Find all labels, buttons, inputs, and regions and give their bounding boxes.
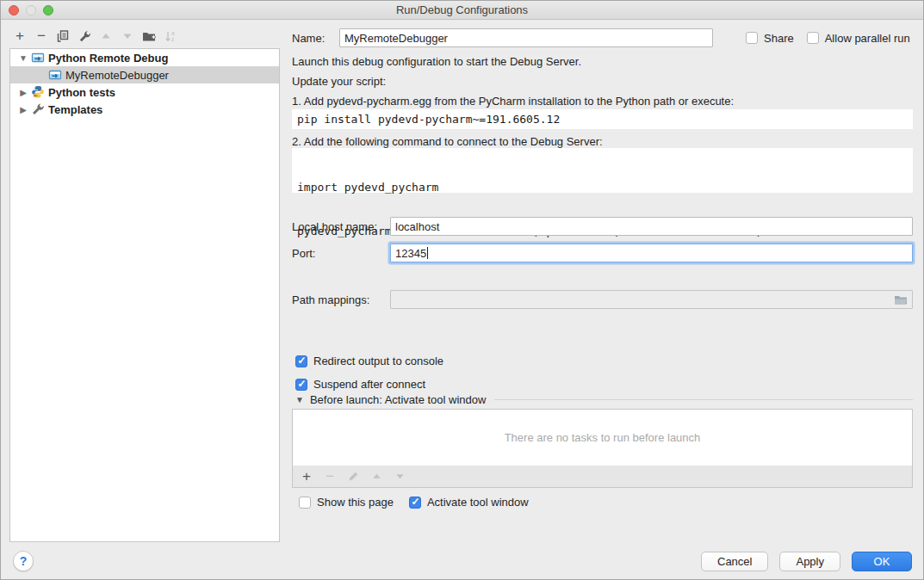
add-configuration-button[interactable]: + <box>13 29 27 43</box>
tree-item-python-remote-debug[interactable]: ▼ Python Remote Debug <box>10 49 279 66</box>
window-title: Run/Debug Configurations <box>1 3 923 16</box>
redirect-output-label: Redirect output to console <box>313 355 443 367</box>
move-down-button[interactable] <box>121 29 134 43</box>
chevron-right-icon[interactable]: ▶ <box>17 88 29 97</box>
chevron-down-icon[interactable]: ▼ <box>295 395 304 404</box>
instruction-step-1: 1. Add pydevd-pycharm.egg from the PyCha… <box>292 95 734 108</box>
tree-item-python-tests[interactable]: ▶ Python tests <box>10 83 279 101</box>
wrench-icon <box>78 30 91 43</box>
new-folder-icon <box>142 30 156 42</box>
svg-text:a: a <box>171 30 175 36</box>
dialog-body: + − az ▼ <box>1 20 923 579</box>
local-host-name-label: Local host name: <box>292 220 390 233</box>
pip-install-code: pip install pydevd-pycharm~=191.6605.12 <box>292 109 913 129</box>
task-list-toolbar: + − <box>292 466 913 488</box>
wrench-icon <box>31 102 45 116</box>
share-checkbox[interactable] <box>746 32 758 44</box>
move-up-button[interactable] <box>99 29 113 43</box>
show-this-page-label: Show this page <box>317 496 394 509</box>
minus-icon: − <box>326 471 334 483</box>
plus-icon: + <box>16 30 24 42</box>
remote-debug-icon <box>31 51 45 65</box>
cancel-button[interactable]: Cancel <box>701 552 768 571</box>
help-button[interactable]: ? <box>13 551 34 571</box>
allow-parallel-run-checkbox[interactable] <box>807 32 819 44</box>
local-host-name-input[interactable] <box>390 217 913 236</box>
configurations-toolbar: + − az <box>13 27 280 46</box>
ok-button[interactable]: OK <box>852 552 912 571</box>
tree-item-templates[interactable]: ▶ Templates <box>10 101 279 118</box>
allow-parallel-run-label: Allow parallel run <box>825 32 910 45</box>
plus-icon: + <box>302 471 311 483</box>
add-task-button[interactable]: + <box>300 470 313 484</box>
edit-task-button[interactable] <box>346 470 360 484</box>
minus-icon: − <box>37 30 46 42</box>
suspend-after-connect-label: Suspend after connect <box>313 378 425 391</box>
tree-item-label: Python Remote Debug <box>48 52 168 65</box>
tree-item-myremotedebugger[interactable]: MyRemoteDebugger <box>10 66 279 83</box>
instruction-line-2: Update your script: <box>292 75 386 88</box>
arrow-down-icon <box>395 472 405 481</box>
suspend-after-connect-checkbox[interactable] <box>295 379 307 391</box>
activate-tool-window-checkbox[interactable] <box>409 497 421 509</box>
sort-configurations-button[interactable]: az <box>164 29 177 43</box>
path-mappings-label: Path mappings: <box>292 293 390 306</box>
chevron-down-icon[interactable]: ▼ <box>17 53 29 63</box>
title-bar: Run/Debug Configurations <box>1 1 923 20</box>
arrow-down-icon <box>122 31 133 41</box>
port-label: Port: <box>292 247 390 260</box>
port-input[interactable]: 12345 <box>390 244 913 262</box>
python-tests-icon <box>31 85 45 99</box>
copy-icon <box>57 30 69 42</box>
text-caret <box>427 247 428 259</box>
configuration-form: Name: Share Allow parallel run Launch th… <box>292 20 914 580</box>
tree-item-label: Templates <box>48 103 102 116</box>
arrow-up-icon <box>372 472 381 481</box>
apply-button[interactable]: Apply <box>779 552 840 571</box>
empty-tasks-message: There are no tasks to run before launch <box>505 431 701 444</box>
activate-tool-window-label: Activate tool window <box>427 496 529 509</box>
show-this-page-checkbox[interactable] <box>299 497 311 509</box>
before-launch-title: Before launch: Activate tool window <box>310 393 487 406</box>
move-task-down-button[interactable] <box>393 470 406 484</box>
browse-folder-icon[interactable] <box>894 294 908 305</box>
svg-text:z: z <box>171 36 174 42</box>
copy-configuration-button[interactable] <box>56 29 70 43</box>
run-debug-configurations-dialog: Run/Debug Configurations + − az <box>0 0 924 580</box>
name-input[interactable] <box>339 28 713 47</box>
remove-task-button[interactable]: − <box>323 470 337 484</box>
before-launch-task-list: There are no tasks to run before launch <box>292 409 913 466</box>
port-value: 12345 <box>395 247 426 260</box>
arrow-up-icon <box>101 31 111 41</box>
chevron-right-icon[interactable]: ▶ <box>17 105 29 114</box>
share-label: Share <box>764 32 794 45</box>
path-mappings-input[interactable] <box>390 290 913 309</box>
configurations-tree: ▼ Python Remote Debug MyRemoteDebugger ▶… <box>9 48 280 542</box>
move-task-up-button[interactable] <box>369 470 383 484</box>
tree-item-label: MyRemoteDebugger <box>65 69 169 82</box>
redirect-output-checkbox[interactable] <box>295 355 307 367</box>
remote-debug-icon <box>48 68 62 82</box>
remove-configuration-button[interactable]: − <box>34 29 48 43</box>
instruction-step-2: 2. Add the following command to connect … <box>292 135 603 148</box>
instruction-line-1: Launch this debug configuration to start… <box>292 55 581 68</box>
section-divider <box>494 399 913 400</box>
tree-item-label: Python tests <box>48 86 115 99</box>
settrace-code: import pydevd_pycharm pydevd_pycharm.set… <box>292 148 913 193</box>
edit-defaults-button[interactable] <box>78 29 91 43</box>
create-folder-button[interactable] <box>142 29 156 43</box>
before-launch-header[interactable]: ▼ Before launch: Activate tool window <box>292 393 913 406</box>
settrace-code-line-1: import pydevd_pycharm <box>297 180 908 194</box>
pencil-icon <box>348 471 359 482</box>
sort-az-icon: az <box>164 30 177 43</box>
name-label: Name: <box>292 32 339 45</box>
dialog-buttons: Cancel Apply OK <box>701 552 912 571</box>
